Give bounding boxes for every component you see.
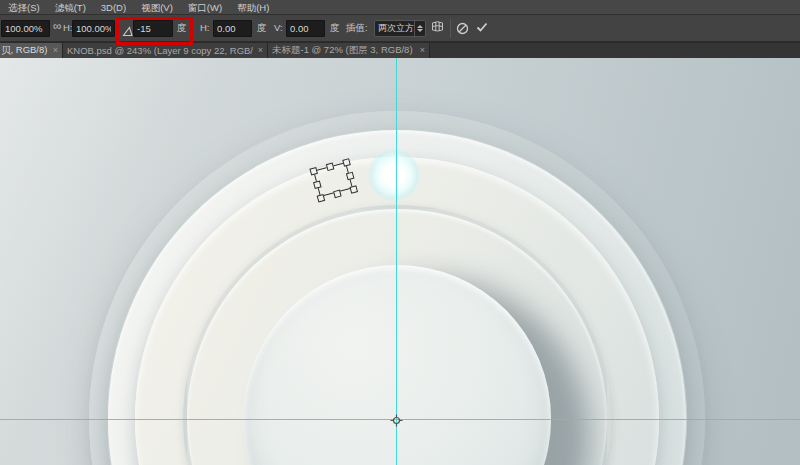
v-skew-unit: 度 — [330, 22, 340, 35]
document-tab-3[interactable]: 未标题-1 @ 72% (图层 3, RGB/8) * × — [268, 43, 430, 58]
commit-transform-icon[interactable] — [475, 20, 489, 38]
options-separator — [450, 19, 451, 38]
interpolation-dropdown[interactable]: 两次立方 — [374, 20, 426, 37]
document-tab-bar: 贝, RGB/8) * × KNOB.psd @ 243% (Layer 9 c… — [0, 43, 800, 58]
document-tab-1[interactable]: 贝, RGB/8) * × — [0, 43, 63, 58]
rotate-angle-triangle-icon — [122, 23, 133, 41]
h-skew-label: H: — [200, 22, 210, 33]
width-scale-input[interactable] — [1, 20, 50, 37]
menu-filter[interactable]: 滤镜(T) — [51, 0, 90, 15]
photoshop-window: 选择(S) 滤镜(T) 3D(D) 视图(V) 窗口(W) 帮助(H) ∞ H:… — [0, 0, 800, 465]
link-scales-icon[interactable]: ∞ — [53, 19, 62, 33]
document-canvas[interactable] — [0, 58, 800, 465]
cancel-transform-icon[interactable] — [456, 21, 469, 39]
transform-handle[interactable] — [313, 180, 322, 189]
transform-handle[interactable] — [326, 163, 335, 172]
tab-title: KNOB.psd @ 243% (Layer 9 copy 22, RGB/8)… — [67, 45, 253, 56]
menu-bar: 选择(S) 滤镜(T) 3D(D) 视图(V) 窗口(W) 帮助(H) — [0, 0, 800, 15]
tab-title: 未标题-1 @ 72% (图层 3, RGB/8) * — [272, 44, 415, 57]
menu-view[interactable]: 视图(V) — [137, 0, 177, 15]
height-scale-input[interactable] — [72, 20, 115, 37]
v-skew-input[interactable] — [286, 20, 325, 37]
interpolation-value: 两次立方 — [375, 22, 414, 35]
rotation-angle-unit: 度 — [177, 22, 187, 35]
h-skew-input[interactable] — [213, 20, 252, 37]
close-icon[interactable]: × — [53, 46, 58, 55]
dropdown-spinner-icon — [414, 21, 425, 36]
menu-3d[interactable]: 3D(D) — [97, 0, 130, 15]
tab-title: 贝, RGB/8) * — [1, 44, 48, 57]
transform-options-bar: ∞ H: 度 H: 度 V: 度 插值: 两次立方 — [0, 15, 800, 42]
menu-window[interactable]: 窗口(W) — [184, 0, 226, 15]
menu-select[interactable]: 选择(S) — [4, 0, 44, 15]
vertical-guide[interactable] — [396, 58, 397, 465]
menu-help[interactable]: 帮助(H) — [233, 0, 273, 15]
transform-handle[interactable] — [309, 167, 318, 176]
interpolation-label: 插值: — [346, 22, 368, 35]
warp-mode-grid-icon[interactable] — [430, 19, 445, 38]
close-icon[interactable]: × — [258, 46, 263, 55]
document-tab-2[interactable]: KNOB.psd @ 243% (Layer 9 copy 22, RGB/8)… — [63, 43, 268, 58]
v-skew-label: V: — [274, 22, 283, 33]
transform-reference-point-icon[interactable] — [390, 413, 403, 431]
h-skew-unit: 度 — [257, 22, 267, 35]
rotation-angle-input[interactable] — [133, 20, 173, 37]
close-icon[interactable]: × — [420, 46, 425, 55]
